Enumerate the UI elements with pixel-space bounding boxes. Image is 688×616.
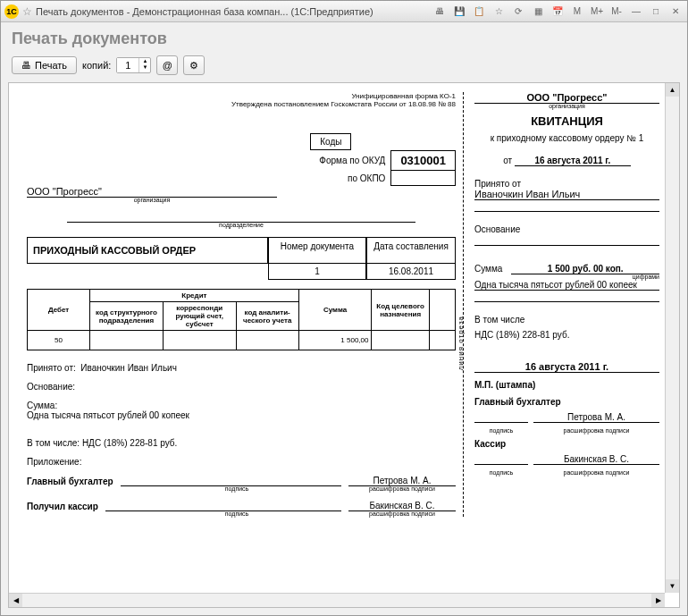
cashier-role: Получил кассир — [27, 502, 98, 511]
chief-role: Главный бухгалтер — [27, 477, 113, 486]
receipt-date2: 16 августа 2011 г. — [474, 361, 659, 373]
star-icon[interactable]: ☆ — [491, 4, 507, 19]
printer-icon: 🖶 — [21, 60, 31, 71]
page-header: Печать документов — [1, 22, 687, 52]
app-icon: 1C — [4, 4, 19, 19]
vtom-label: В том числе: — [27, 438, 80, 448]
receipt-stamp: М.П. (штампа) — [474, 380, 659, 390]
okud-value: 0310001 — [391, 151, 456, 171]
doc-title-row: ПРИХОДНЫЙ КАССОВЫЙ ОРДЕР Номер документа… — [27, 237, 456, 264]
grid-kredit-header: Кредит — [90, 290, 299, 302]
osnov-label: Основание: — [27, 382, 456, 392]
history-icon[interactable]: ⟳ — [510, 4, 526, 19]
receipt-sum-row: Сумма 1 500 руб. 00 коп. — [474, 264, 659, 274]
save-icon[interactable]: 💾 — [451, 4, 467, 19]
receipt-cashier-label: Кассир — [474, 439, 659, 449]
grid-blank-header — [429, 290, 455, 331]
grid-korr-header: корреспонди рующий счет, субсчет — [163, 302, 236, 331]
grid-analit-header: код аналити-ческого учета — [236, 302, 298, 331]
subdivision-sublabel: подразделение — [27, 222, 456, 228]
receipt-chief-label: Главный бухгалтер — [474, 397, 659, 407]
doc-main-title: ПРИХОДНЫЙ КАССОВЫЙ ОРДЕР — [27, 237, 268, 264]
page-title: Печать документов — [12, 30, 676, 48]
receipt-vtom-label: В том числе — [474, 315, 659, 325]
doc-date-value: 16.08.2011 — [366, 264, 456, 280]
spinner-up-icon[interactable]: ▲ — [139, 58, 150, 64]
grid-debet-value: 50 — [28, 331, 90, 350]
receipt: линия отреза ООО "Прогресс" организация … — [463, 92, 659, 517]
grid-korr-value — [163, 331, 236, 350]
summa-label: Сумма: — [27, 401, 456, 410]
receipt-chief-sigline — [474, 412, 528, 423]
at-button[interactable]: @ — [156, 55, 178, 75]
receipt-title: КВИТАНЦИЯ — [474, 114, 659, 128]
summa-words: Одна тысяча пятьсот рублей 00 копеек — [27, 410, 456, 420]
toolbar: 🖶 Печать копий: ▲▼ @ ⚙ — [1, 52, 687, 82]
grid-debet-header: Дебет — [28, 290, 90, 331]
grid-struct-header: код структурного подразделения — [90, 302, 164, 331]
receipt-cashier-name: Бакинская В. С. — [533, 454, 659, 465]
receipt-prinyato-value: Иваночкин Иван Ильич — [474, 189, 659, 200]
subdivision-row: подразделение — [27, 212, 456, 228]
receipt-sum-words: Одна тысяча пятьсот рублей 00 копеек — [474, 280, 659, 291]
receipt-osnov-blank — [474, 234, 659, 246]
doc-num-label: Номер документа — [268, 237, 366, 264]
copy-icon[interactable]: 📋 — [471, 4, 487, 19]
org-sublabel: организация — [27, 197, 277, 203]
vertical-scrollbar[interactable]: ▲ ▼ — [665, 83, 679, 593]
scroll-left-icon[interactable]: ◀ — [9, 594, 22, 607]
form-header-2: Утверждена постановлением Госкомстата Ро… — [27, 100, 456, 108]
copies-input[interactable] — [117, 58, 138, 72]
mem-mminus[interactable]: M- — [608, 4, 625, 19]
okud-label: Форма по ОКУД — [310, 151, 391, 171]
favorite-icon[interactable]: ☆ — [22, 5, 32, 18]
maximize-button[interactable]: □ — [648, 4, 664, 19]
receipt-org-sublabel: организация — [474, 103, 659, 109]
mem-mplus[interactable]: M+ — [589, 4, 605, 19]
print-button[interactable]: 🖶 Печать — [12, 56, 77, 74]
copies-spinner[interactable]: ▲▼ — [116, 57, 151, 73]
grid-target-header: Код целевого назначения — [372, 290, 429, 331]
settings-button[interactable]: ⚙ — [183, 55, 205, 75]
receipt-prinyato-label: Принято от — [474, 179, 659, 189]
receipt-sum-sub: цифрами — [474, 274, 659, 280]
scroll-right-icon[interactable]: ▶ — [651, 594, 665, 607]
prinyato-label: Принято от: — [27, 363, 76, 373]
org-row: ООО "Прогресс" организация — [27, 186, 456, 203]
receipt-chief-name: Петрова М. А. — [533, 412, 659, 423]
receipt-prinyato-blank — [474, 200, 659, 212]
okpo-label: по ОКПО — [310, 171, 391, 186]
grid-target-value — [372, 331, 429, 350]
vtom-value: НДС (18%) 228-81 руб. — [82, 438, 177, 448]
scroll-down-icon[interactable]: ▼ — [666, 579, 679, 593]
calendar-icon[interactable]: 📅 — [550, 4, 566, 19]
accounting-grid: Дебет Кредит Сумма Код целевого назначен… — [27, 289, 456, 350]
receipt-cashier-sigline — [474, 454, 528, 465]
mem-m[interactable]: M — [569, 4, 585, 19]
receipt-vtom-value: НДС (18%) 228-81 руб. — [474, 330, 659, 340]
doc-date-label: Дата составления — [366, 237, 456, 264]
okpo-value — [391, 171, 456, 186]
print-icon[interactable]: 🖶 — [432, 4, 448, 19]
prinyato-value: Иваночкин Иван Ильич — [80, 363, 177, 373]
scroll-up-icon[interactable]: ▲ — [666, 83, 679, 97]
horizontal-scrollbar[interactable]: ◀ ▶ — [9, 593, 665, 607]
window-title: Печать документов - Демонстрационная баз… — [36, 6, 428, 17]
close-button[interactable]: ✕ — [667, 4, 684, 19]
grid-summa-header: Сумма — [298, 290, 372, 331]
text-block: Принято от: Иваночкин Иван Ильич Основан… — [27, 363, 456, 467]
grid-summa-value: 1 500,00 — [298, 331, 372, 350]
calc-icon[interactable]: ▦ — [530, 4, 546, 19]
titlebar: 1C ☆ Печать документов - Демонстрационна… — [1, 1, 687, 22]
form-header-1: Унифицированная форма КО-1 — [27, 92, 456, 100]
app-window: 1C ☆ Печать документов - Демонстрационна… — [0, 0, 688, 616]
grid-analit-value — [236, 331, 298, 350]
cut-line-label: линия отреза — [457, 316, 465, 370]
receipt-date: 16 августа 2011 г. — [515, 156, 631, 166]
receipt-date-label: от — [503, 156, 512, 165]
cash-order-form: Унифицированная форма КО-1 Утверждена по… — [27, 92, 456, 517]
spinner-down-icon[interactable]: ▼ — [139, 64, 150, 71]
receipt-sum-label: Сумма — [474, 264, 502, 274]
minimize-button[interactable]: — — [628, 4, 644, 19]
pril-label: Приложение: — [27, 457, 456, 467]
